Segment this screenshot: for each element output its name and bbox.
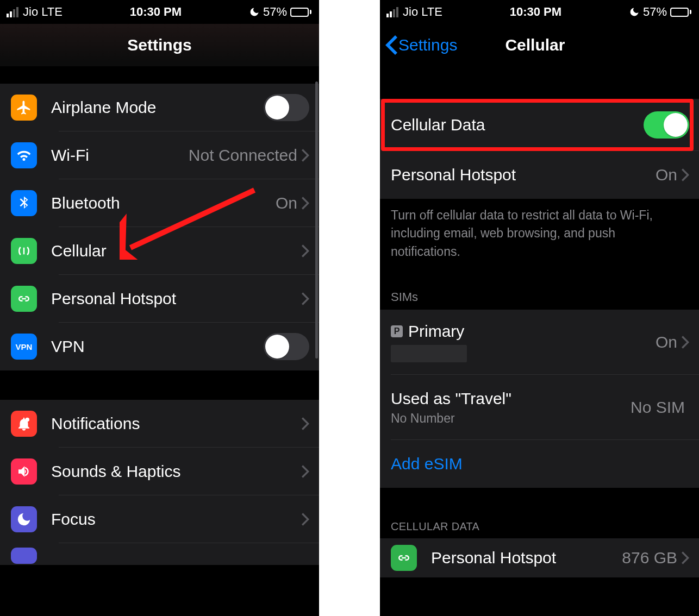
cellular-data-header: CELLULAR DATA	[380, 488, 699, 538]
notifications-row[interactable]: Notifications	[0, 400, 319, 448]
wifi-detail: Not Connected	[189, 146, 297, 165]
notifications-label: Notifications	[51, 414, 302, 433]
redacted-phone-number	[391, 345, 467, 362]
wifi-label: Wi-Fi	[51, 146, 189, 165]
sounds-label: Sounds & Haptics	[51, 462, 302, 481]
hotspot-icon	[391, 545, 417, 571]
signal-icon	[386, 7, 398, 17]
nav-bar: Settings	[0, 24, 319, 66]
chevron-right-icon	[302, 417, 309, 430]
cellular-label: Cellular	[51, 242, 302, 260]
chevron-right-icon	[302, 292, 309, 305]
signal-icon	[7, 7, 18, 17]
hotspot-icon	[11, 286, 37, 312]
travel-sim-row[interactable]: Used as "Travel" No Number No SIM	[380, 375, 699, 440]
status-bar: Jio LTE 10:30 PM 57%	[0, 0, 319, 24]
hotspot-usage-label: Personal Hotspot	[431, 549, 622, 567]
clock-label: 10:30 PM	[510, 5, 561, 19]
bluetooth-detail: On	[276, 194, 297, 212]
carrier-label: Jio	[403, 5, 418, 19]
primary-sim-row[interactable]: P Primary On	[380, 310, 699, 375]
hotspot-label: Personal Hotspot	[51, 290, 302, 308]
bluetooth-row[interactable]: Bluetooth On	[0, 179, 319, 227]
focus-label: Focus	[51, 510, 302, 529]
airplane-icon	[11, 95, 37, 121]
focus-icon	[11, 506, 37, 532]
alerts-group: Notifications Sounds & Haptics Focus	[0, 400, 319, 565]
back-label: Settings	[398, 36, 457, 54]
nav-bar: Settings Cellular	[380, 24, 699, 66]
carrier-label: Jio	[23, 5, 38, 19]
chevron-right-icon	[302, 149, 309, 162]
wifi-icon	[11, 142, 37, 168]
vpn-label: VPN	[51, 337, 264, 356]
do-not-disturb-icon	[629, 7, 640, 17]
cellular-data-row[interactable]: Cellular Data	[380, 99, 699, 151]
sounds-row[interactable]: Sounds & Haptics	[0, 448, 319, 495]
travel-sim-label: Used as "Travel"	[391, 389, 631, 408]
chevron-right-icon	[682, 551, 689, 564]
hotspot-usage-detail: 876 GB	[622, 549, 677, 567]
battery-icon	[290, 8, 311, 17]
vpn-icon: VPN	[11, 334, 37, 360]
chevron-right-icon	[302, 513, 309, 526]
chevron-right-icon	[682, 336, 689, 349]
notifications-icon	[11, 411, 37, 437]
settings-screen: Jio LTE 10:30 PM 57% Settings Airplane M…	[0, 0, 319, 616]
chevron-right-icon	[682, 168, 689, 181]
personal-hotspot-row[interactable]: Personal Hotspot	[0, 275, 319, 323]
cellular-main-group: Cellular Data Personal Hotspot On	[380, 99, 699, 199]
network-type-label: LTE	[421, 5, 442, 19]
cellular-footer-text: Turn off cellular data to restrict all d…	[380, 199, 699, 275]
travel-sim-sub: No Number	[391, 411, 631, 426]
chevron-right-icon	[302, 465, 309, 478]
hotspot-detail: On	[656, 166, 677, 184]
sims-header: SIMs	[380, 275, 699, 310]
hotspot-row[interactable]: Personal Hotspot On	[380, 151, 699, 199]
battery-percent-label: 57%	[263, 5, 287, 19]
bluetooth-icon	[11, 190, 37, 216]
cellular-row[interactable]: Cellular	[0, 227, 319, 275]
chevron-right-icon	[302, 244, 309, 257]
primary-sim-detail: On	[656, 333, 677, 351]
airplane-mode-row[interactable]: Airplane Mode	[0, 84, 319, 131]
cellular-screen: Jio LTE 10:30 PM 57% Settings Cellular C…	[380, 0, 699, 616]
cellular-data-group: Personal Hotspot 876 GB	[380, 538, 699, 577]
scroll-indicator[interactable]	[315, 81, 318, 359]
status-bar: Jio LTE 10:30 PM 57%	[380, 0, 699, 24]
bluetooth-label: Bluetooth	[51, 194, 276, 212]
cellular-data-toggle[interactable]	[644, 111, 689, 139]
airplane-mode-toggle[interactable]	[264, 94, 309, 121]
cellular-icon	[11, 238, 37, 264]
sims-group: P Primary On Used as "Travel" No Number …	[380, 310, 699, 488]
connectivity-group: Airplane Mode Wi-Fi Not Connected Blueto…	[0, 84, 319, 370]
travel-sim-detail: No SIM	[631, 398, 685, 417]
battery-percent-label: 57%	[643, 5, 667, 19]
battery-icon	[670, 8, 691, 17]
do-not-disturb-icon	[249, 7, 260, 17]
focus-row[interactable]: Focus	[0, 495, 319, 543]
network-type-label: LTE	[41, 5, 63, 19]
add-esim-row[interactable]: Add eSIM	[380, 440, 699, 488]
airplane-mode-label: Airplane Mode	[51, 98, 264, 117]
sounds-icon	[11, 458, 37, 485]
clock-label: 10:30 PM	[130, 5, 182, 19]
back-button[interactable]: Settings	[385, 35, 457, 55]
cellular-data-label: Cellular Data	[391, 116, 644, 134]
wifi-row[interactable]: Wi-Fi Not Connected	[0, 131, 319, 179]
partial-icon	[11, 548, 37, 564]
sim-badge-icon: P	[391, 325, 403, 337]
page-title: Cellular	[505, 36, 565, 54]
hotspot-label: Personal Hotspot	[391, 166, 656, 184]
vpn-row[interactable]: VPN VPN	[0, 323, 319, 370]
add-esim-label: Add eSIM	[391, 455, 689, 473]
chevron-right-icon	[302, 197, 309, 210]
vpn-toggle[interactable]	[264, 333, 309, 360]
primary-sim-label: Primary	[408, 322, 464, 341]
hotspot-usage-row[interactable]: Personal Hotspot 876 GB	[380, 538, 699, 577]
page-title: Settings	[0, 36, 319, 54]
partial-row[interactable]	[0, 543, 319, 565]
svg-point-0	[26, 418, 30, 422]
